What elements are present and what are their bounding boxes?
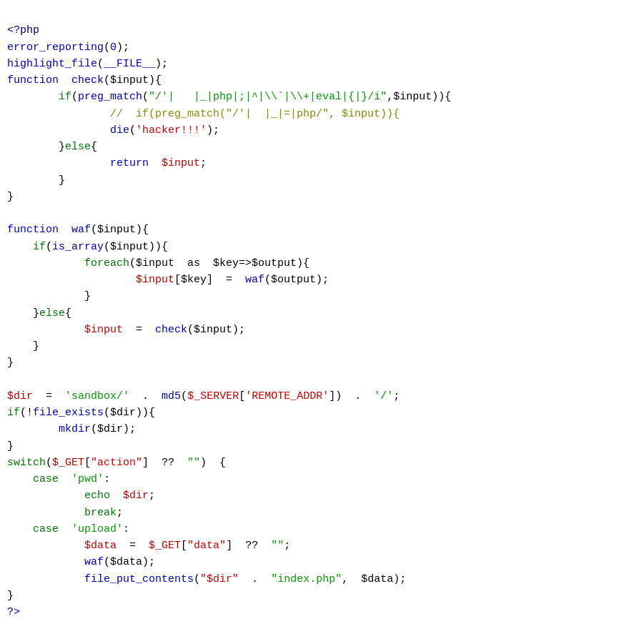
sandbox-path-line: sandbox/1254adea244b6ef09ecedbb729f6c397… [7,640,637,645]
source-code: <?php error_reporting(0); highlight_file… [7,6,637,638]
code-viewer: <?php error_reporting(0); highlight_file… [7,6,637,638]
php-open: <?php error_reporting(0); highlight_file… [7,24,451,618]
